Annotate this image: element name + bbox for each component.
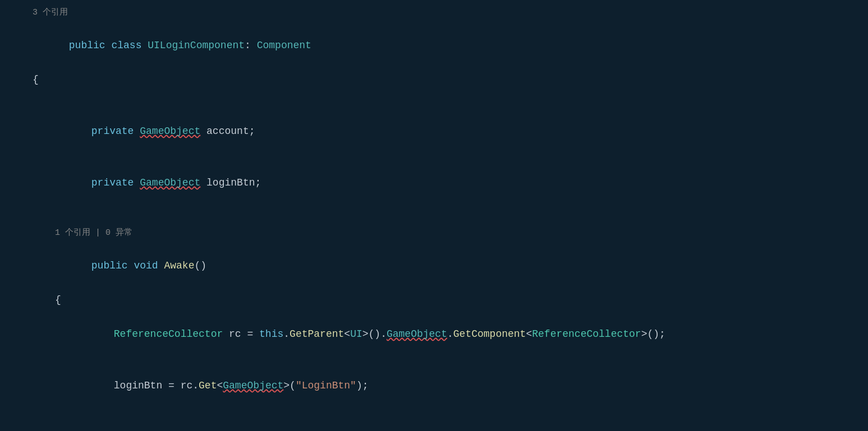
code-editor: 3 个引用 public class UILoginComponent: Com… xyxy=(0,0,868,431)
line-rc-assign: ReferenceCollector rc = this.GetParent<U… xyxy=(11,309,868,360)
line-empty-2 xyxy=(11,208,868,226)
line-awake-decl: public void Awake() xyxy=(11,240,868,291)
kw-class: class xyxy=(111,40,148,51)
line-open-brace: { xyxy=(11,71,868,89)
line-class-decl: public class UILoginComponent: Component xyxy=(11,20,868,72)
line-awake-meta: 1 个引用 | 0 异常 xyxy=(11,226,868,240)
line-empty-1 xyxy=(11,89,868,106)
line-refs: 3 个引用 xyxy=(11,6,868,20)
line-loginbtn-assign: loginBtn = rc.Get<GameObject>("LoginBtn"… xyxy=(11,360,868,411)
kw-public: public xyxy=(69,40,112,51)
class-name: UILoginComponent xyxy=(148,40,245,51)
line-loginbtn-click: loginBtn.GetComponent<Button>().onClick.… xyxy=(11,411,868,431)
line-field-account: private GameObject account; xyxy=(11,105,868,157)
refs-count: 3 个引用 xyxy=(33,6,68,20)
line-awake-open: { xyxy=(11,291,868,309)
open-brace: { xyxy=(33,71,39,89)
base-class: Component xyxy=(257,40,311,51)
line-field-loginbtn: private GameObject loginBtn; xyxy=(11,157,868,208)
